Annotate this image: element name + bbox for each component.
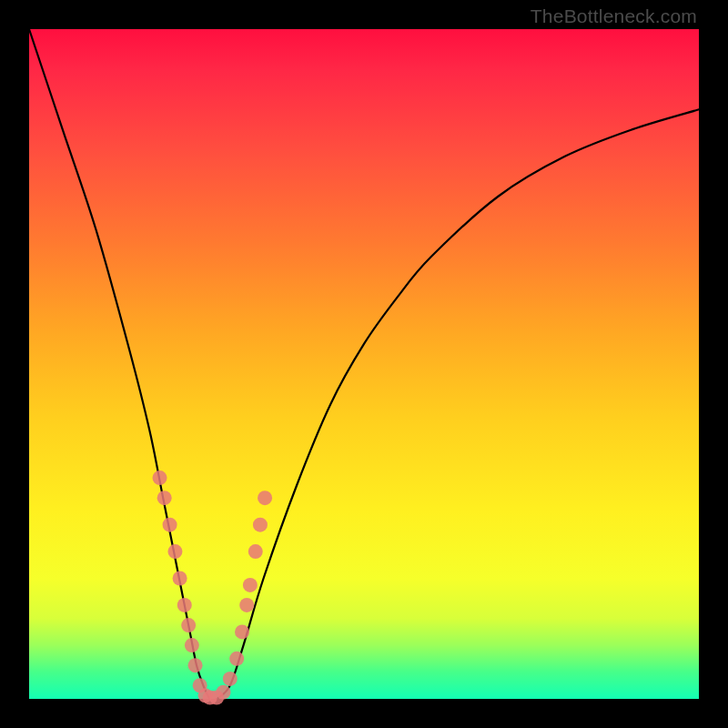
marker-dot <box>167 544 182 559</box>
chart-frame: TheBottleneck.com <box>0 0 728 728</box>
marker-dot <box>177 598 192 612</box>
marker-dot <box>163 518 177 532</box>
marker-dot <box>181 618 196 632</box>
marker-dot <box>239 598 254 612</box>
marker-dot <box>185 638 199 652</box>
marker-dot <box>173 571 187 586</box>
attribution-text: TheBottleneck.com <box>531 5 697 27</box>
marker-dot <box>243 578 258 592</box>
marker-dot <box>188 658 203 672</box>
marker-dot <box>153 470 167 485</box>
marker-dot <box>229 652 244 666</box>
marker-dot <box>216 685 230 700</box>
curve-svg <box>29 29 699 699</box>
marker-dot <box>223 672 238 686</box>
marker-dot <box>157 490 172 505</box>
marker-dot <box>248 544 263 559</box>
marker-dot <box>258 490 272 505</box>
bottleneck-curve <box>29 29 699 701</box>
plot-area <box>29 29 699 699</box>
marker-dot <box>253 518 268 532</box>
marker-dot <box>235 624 249 639</box>
curve-markers <box>153 470 273 704</box>
